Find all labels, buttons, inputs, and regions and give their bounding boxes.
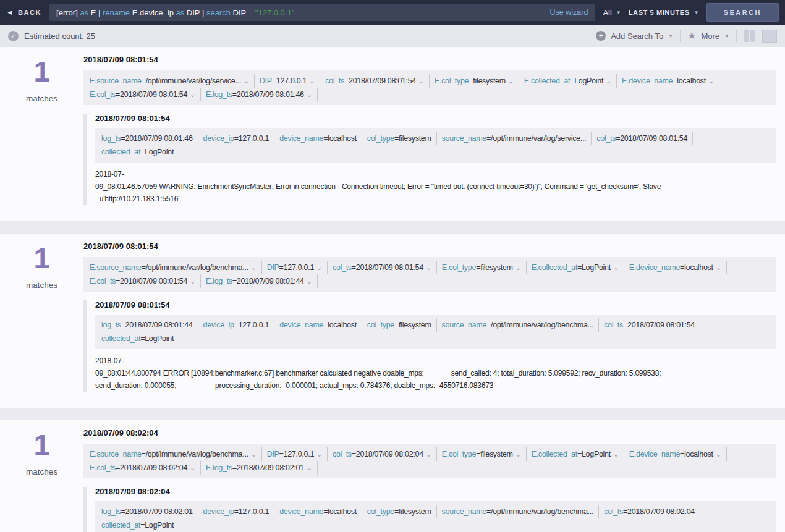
log-field-chip[interactable]: device_ip=127.0.0.1 (203, 505, 275, 518)
chevron-down-icon[interactable]: ⌄ (190, 465, 195, 471)
log-field-chip[interactable]: source_name=/opt/immune/var/log/benchma.… (442, 318, 600, 332)
back-button[interactable]: ◄ BACK (6, 8, 41, 17)
field-chip[interactable]: E.source_name=/opt/immune/var/log/benchm… (90, 261, 262, 274)
field-chip[interactable]: E.col_ts=2018/07/09 08:01:54⌄ (90, 274, 201, 288)
field-value: /opt/immune/var/log/benchma... (491, 318, 593, 332)
chevron-down-icon[interactable]: ⌄ (613, 451, 619, 458)
status-bar-actions: + Add Search To ▼ ★ More ▼ (596, 30, 777, 43)
log-field-chip[interactable]: collected_at=LogPoint (101, 518, 179, 532)
log-field-chip[interactable]: device_name=localhost (279, 505, 362, 518)
raw-log-message: 2018-07- 09_08:01:44.800794 ERROR [10894… (95, 355, 776, 392)
search-query-input[interactable]: [error] as E | rename E.device_ip as DIP… (49, 4, 595, 21)
chevron-down-icon[interactable]: ⌄ (307, 91, 312, 98)
log-field-chip[interactable]: col_type=filesystem (367, 505, 437, 518)
chevron-down-icon[interactable]: ⌄ (244, 78, 249, 85)
field-value: 2018/07/09 08:01:54 (349, 74, 416, 88)
field-chip[interactable]: E.log_ts=2018/07/09 08:01:46⌄ (206, 88, 318, 101)
chevron-down-icon[interactable]: ⌄ (307, 278, 312, 285)
log-field-chip[interactable]: device_name=localhost (279, 132, 362, 145)
field-chip[interactable]: E.col_type=filesystem⌄ (442, 261, 527, 274)
field-chip[interactable]: E.collected_at=LogPoint⌄ (524, 74, 617, 88)
field-key: E.device_name (622, 74, 673, 88)
field-value: LogPoint (145, 332, 174, 345)
chevron-down-icon[interactable]: ⌄ (307, 465, 312, 471)
field-chip[interactable]: E.col_type=filesystem⌄ (435, 74, 519, 88)
chevron-down-icon[interactable]: ⌄ (716, 451, 721, 458)
field-chip[interactable]: E.log_ts=2018/07/09 08:01:44⌄ (206, 274, 318, 288)
chevron-down-icon[interactable]: ⌄ (190, 91, 195, 98)
field-chip[interactable]: E.source_name=/opt/immune/var/log/benchm… (90, 447, 262, 461)
chevron-down-icon[interactable]: ⌄ (606, 78, 611, 85)
log-field-chip[interactable]: col_ts=2018/07/09 08:01:54 (604, 318, 700, 332)
chevron-down-icon[interactable]: ⌄ (190, 278, 195, 285)
use-wizard-link[interactable]: Use wizard (550, 8, 588, 17)
chevron-down-icon[interactable]: ⌄ (251, 264, 257, 271)
equals-sign: = (352, 447, 356, 461)
chevron-down-icon[interactable]: ⌄ (316, 264, 322, 271)
log-field-chip[interactable]: log_ts=2018/07/09 08:01:46 (101, 132, 198, 145)
field-chip[interactable]: E.col_type=filesystem⌄ (442, 447, 527, 461)
log-field-chip[interactable]: device_ip=127.0.0.1 (203, 318, 275, 332)
field-key: E.device_name (629, 261, 680, 274)
log-detail: 2018/07/09 08:01:54 log_ts=2018/07/09 08… (83, 300, 776, 392)
field-chip[interactable]: E.col_ts=2018/07/09 08:02:04⌄ (90, 461, 201, 475)
chevron-down-icon[interactable]: ⌄ (613, 264, 619, 271)
divider (736, 30, 737, 42)
log-field-chip[interactable]: collected_at=LogPoint (101, 145, 179, 159)
chevron-down-icon[interactable]: ⌄ (418, 78, 424, 85)
search-result-group: 1 matches 2018/07/09 08:01:54 E.source_n… (0, 234, 785, 408)
equals-sign: = (616, 132, 620, 145)
field-chip[interactable]: col_ts=2018/07/09 08:01:54⌄ (333, 261, 437, 274)
log-field-chip[interactable]: source_name=/opt/immune/var/log/service.… (442, 132, 592, 145)
chevron-down-icon[interactable]: ⌄ (516, 451, 521, 458)
search-button[interactable]: SEARCH (706, 3, 779, 22)
more-button[interactable]: ★ More ▼ (687, 31, 729, 41)
field-key: col_ts (604, 505, 623, 518)
result-body: 2018/07/09 08:02:04 E.source_name=/opt/i… (83, 428, 776, 532)
result-body: 2018/07/09 08:01:54 E.source_name=/opt/i… (83, 55, 776, 205)
equals-sign: = (116, 274, 120, 288)
field-chip[interactable]: E.collected_at=LogPoint⌄ (532, 447, 624, 461)
log-field-chip[interactable]: log_ts=2018/07/09 08:02:01 (101, 505, 198, 518)
search-query-text[interactable]: [error] as E | rename E.device_ip as DIP… (56, 8, 542, 17)
field-chip[interactable]: E.collected_at=LogPoint⌄ (532, 261, 624, 274)
log-field-chip[interactable]: device_ip=127.0.0.1 (203, 132, 275, 145)
plus-circle-icon: + (596, 31, 606, 41)
repo-selector[interactable]: All ▼ (603, 8, 621, 17)
chevron-down-icon[interactable]: ⌄ (516, 264, 521, 271)
field-chip[interactable]: E.col_ts=2018/07/09 08:01:54⌄ (90, 88, 201, 101)
field-chip[interactable]: E.device_name=localhost⌄ (622, 74, 719, 88)
field-chip[interactable]: DIP=127.0.0.1⌄ (267, 447, 328, 461)
log-field-chip[interactable]: col_type=filesystem (367, 318, 437, 332)
field-chips-row: E.source_name=/opt/immune/var/log/benchm… (83, 257, 776, 292)
log-field-chip[interactable]: log_ts=2018/07/09 08:01:44 (101, 318, 198, 332)
chevron-down-icon[interactable]: ⌄ (426, 264, 431, 271)
log-field-chip[interactable]: col_ts=2018/07/09 08:01:54 (596, 132, 693, 145)
field-chip[interactable]: E.device_name=localhost⌄ (629, 447, 727, 461)
chevron-down-icon[interactable]: ⌄ (508, 78, 514, 85)
chevron-down-icon[interactable]: ⌄ (316, 451, 322, 458)
chevron-down-icon[interactable]: ⌄ (309, 78, 315, 85)
field-chip[interactable]: E.device_name=localhost⌄ (629, 261, 727, 274)
field-chip[interactable]: E.log_ts=2018/07/09 08:02:01⌄ (206, 461, 318, 475)
field-chip[interactable]: DIP=127.0.0.1⌄ (260, 74, 320, 88)
column-view-icon[interactable] (744, 30, 755, 42)
log-field-chip[interactable]: col_type=filesystem (367, 132, 437, 145)
field-chip[interactable]: E.source_name=/opt/immune/var/log/servic… (90, 74, 255, 88)
grid-view-icon[interactable] (762, 30, 777, 43)
chevron-down-icon[interactable]: ⌄ (708, 78, 714, 85)
log-field-chip[interactable]: source_name=/opt/immune/var/log/benchma.… (442, 505, 600, 518)
chevron-down-icon[interactable]: ⌄ (251, 451, 257, 458)
log-field-chip[interactable]: collected_at=LogPoint (101, 332, 179, 345)
field-chip[interactable]: DIP=127.0.0.1⌄ (267, 261, 328, 274)
field-chip[interactable]: col_ts=2018/07/09 08:02:04⌄ (333, 447, 437, 461)
chevron-down-icon[interactable]: ⌄ (716, 264, 721, 271)
log-field-chip[interactable]: col_ts=2018/07/09 08:02:04 (604, 505, 700, 518)
field-value: filesystem (399, 318, 431, 332)
time-range-selector[interactable]: LAST 5 MINUTES ▼ (629, 9, 699, 16)
chevron-down-icon[interactable]: ⌄ (426, 451, 431, 458)
add-search-to-button[interactable]: + Add Search To ▼ (596, 31, 673, 41)
field-chip[interactable]: col_ts=2018/07/09 08:01:54⌄ (325, 74, 430, 88)
log-field-chip[interactable]: device_name=localhost (279, 318, 362, 332)
field-key: E.col_ts (90, 88, 116, 101)
